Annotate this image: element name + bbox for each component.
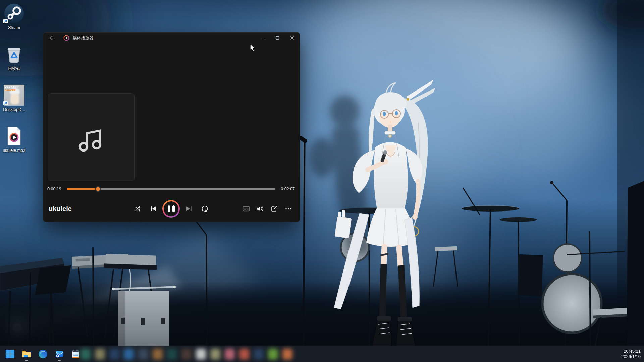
subtitles-button[interactable] bbox=[240, 202, 253, 215]
taskbar-file-explorer[interactable] bbox=[20, 347, 33, 361]
edge-icon bbox=[38, 349, 48, 359]
thumb-text-dancer: DANCER bbox=[5, 89, 15, 92]
blurred-app-icon[interactable] bbox=[181, 349, 192, 360]
close-button[interactable] bbox=[285, 33, 300, 43]
previous-track-button[interactable] bbox=[147, 202, 160, 216]
blurred-app-icon[interactable] bbox=[95, 349, 105, 360]
svg-text:0: 0 bbox=[205, 209, 207, 213]
desktop-icon-label: DesktopD... bbox=[1, 107, 28, 112]
blurred-app-icon[interactable] bbox=[196, 349, 206, 360]
titlebar: 媒体播放器 bbox=[43, 33, 300, 43]
window-title: 媒体播放器 bbox=[73, 35, 94, 41]
taskbar-clock[interactable]: 20:45:21 2026/1/10 bbox=[621, 349, 641, 359]
mini-player-icon bbox=[270, 205, 278, 213]
shortcut-arrow-icon bbox=[3, 19, 8, 23]
blurred-app-icon[interactable] bbox=[167, 349, 177, 360]
playback-controls: ukulele bbox=[47, 201, 295, 217]
shuffle-icon bbox=[134, 205, 141, 213]
taskbar: 20:45:21 2026/1/10 bbox=[0, 346, 644, 362]
seek-fill bbox=[67, 188, 98, 190]
running-indicator bbox=[58, 360, 61, 361]
maximize-icon bbox=[275, 36, 279, 40]
taskbar-notepad[interactable] bbox=[70, 347, 82, 361]
volume-icon bbox=[256, 205, 264, 213]
shuffle-button[interactable] bbox=[131, 202, 144, 216]
music-note-icon bbox=[74, 120, 108, 154]
close-icon bbox=[290, 36, 294, 40]
blurred-app-icon[interactable] bbox=[239, 349, 249, 360]
clock-time: 20:45:21 bbox=[621, 349, 641, 354]
desktop-icon-desktop-dancer[interactable]: DESKTOP DANCER DesktopD... bbox=[1, 84, 28, 112]
desktop-icon-label: ukulele.mp3 bbox=[1, 148, 28, 153]
blurred-app-icon[interactable] bbox=[124, 349, 134, 360]
subtitles-icon bbox=[242, 205, 250, 213]
notepad-icon bbox=[72, 349, 80, 359]
elapsed-time: 0:00:19 bbox=[47, 187, 62, 191]
repeat-button[interactable]: 0 bbox=[198, 202, 211, 216]
clock-date: 2026/1/10 bbox=[621, 354, 641, 359]
outlook-icon bbox=[55, 349, 64, 359]
previous-track-icon bbox=[149, 205, 157, 213]
seek-thumb[interactable] bbox=[95, 186, 101, 192]
desktop-icon-label: Steam bbox=[1, 25, 28, 30]
taskbar-blurred-apps[interactable] bbox=[80, 346, 292, 362]
shortcut-arrow-icon bbox=[3, 101, 8, 105]
blurred-app-icon[interactable] bbox=[80, 349, 91, 360]
desktop-icon-ukulele-mp3[interactable]: ukulele.mp3 bbox=[1, 125, 28, 153]
next-track-button[interactable] bbox=[182, 202, 196, 216]
blurred-app-icon[interactable] bbox=[109, 349, 119, 360]
taskbar-outlook[interactable] bbox=[53, 347, 65, 361]
more-options-button[interactable] bbox=[282, 202, 295, 215]
back-button[interactable] bbox=[46, 33, 59, 43]
taskbar-start-button[interactable] bbox=[4, 347, 16, 361]
back-arrow-icon bbox=[49, 35, 56, 41]
blurred-app-icon[interactable] bbox=[254, 349, 264, 360]
file-explorer-icon bbox=[21, 349, 32, 359]
running-indicator bbox=[25, 360, 28, 361]
album-art-placeholder bbox=[48, 93, 135, 181]
next-track-icon bbox=[185, 205, 193, 213]
desktop-icon-label: 回收站 bbox=[1, 66, 28, 71]
media-player-app-icon bbox=[63, 35, 69, 41]
minimize-icon bbox=[261, 36, 265, 40]
mp3-file-icon bbox=[6, 126, 22, 146]
total-time: 0:02:07 bbox=[280, 187, 295, 191]
pause-icon bbox=[164, 201, 178, 216]
blurred-app-icon[interactable] bbox=[138, 349, 148, 360]
blurred-app-icon[interactable] bbox=[282, 349, 292, 360]
windows-desktop: Steam 回收站 DESKTOP DANCER DesktopD... bbox=[0, 0, 644, 362]
mini-player-button[interactable] bbox=[268, 202, 281, 215]
minimize-button[interactable] bbox=[255, 33, 270, 43]
thumb-text-desktop: DESKTOP bbox=[5, 85, 18, 88]
blurred-app-icon[interactable] bbox=[225, 349, 235, 360]
taskbar-edge[interactable] bbox=[37, 347, 49, 361]
seek-bar[interactable] bbox=[67, 188, 275, 190]
media-player-window: 媒体播放器 bbox=[43, 32, 300, 222]
track-title: ukulele bbox=[49, 205, 72, 213]
maximize-button[interactable] bbox=[270, 33, 285, 43]
blurred-app-icon[interactable] bbox=[153, 349, 163, 360]
blurred-app-icon[interactable] bbox=[210, 349, 220, 360]
volume-button[interactable] bbox=[254, 202, 267, 215]
repeat-icon: 0 bbox=[201, 205, 209, 213]
windows-start-icon bbox=[5, 349, 15, 359]
mouse-cursor bbox=[250, 44, 256, 52]
recycle-bin-icon bbox=[6, 45, 22, 64]
seek-row: 0:00:19 0:02:07 bbox=[47, 185, 295, 193]
more-options-icon bbox=[284, 205, 292, 213]
desktop-icon-recycle-bin[interactable]: 回收站 bbox=[1, 44, 28, 71]
pause-button[interactable] bbox=[162, 200, 180, 218]
blurred-app-icon[interactable] bbox=[268, 349, 278, 360]
desktop-icon-steam[interactable]: Steam bbox=[1, 3, 28, 30]
